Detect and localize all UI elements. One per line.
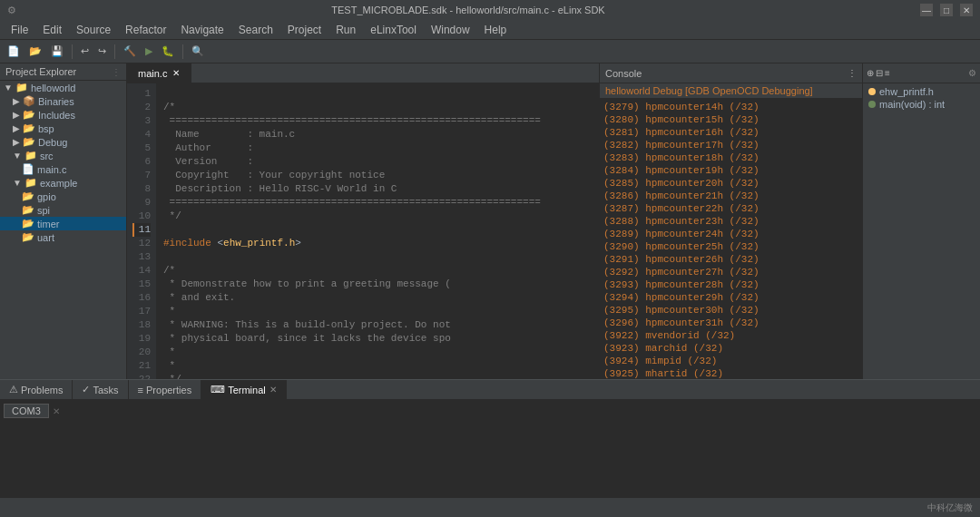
tree-item-src[interactable]: ▼ 📁 src — [0, 149, 126, 162]
console-tab-label[interactable]: Console — [605, 68, 642, 79]
tab-properties-icon: ≡ — [138, 385, 143, 395]
tree-item-example[interactable]: ▼ 📁 example — [0, 176, 126, 190]
tree-item-spi[interactable]: 📂 spi — [0, 203, 126, 217]
expand-icon: ▼ — [13, 151, 22, 161]
tab-terminal[interactable]: ⌨ Terminal ✕ — [201, 380, 287, 400]
toolbar-redo[interactable]: ↪ — [94, 42, 110, 62]
console-debug-title: helloworld Debug [GDB OpenOCD Debugging] — [600, 83, 862, 99]
console-line: (3287) hpmcounter22h (/32) — [603, 202, 858, 215]
tree-label: example — [40, 178, 78, 189]
expand-icon: ▼ — [4, 83, 13, 93]
toolbar-search[interactable]: 🔍 — [188, 42, 208, 62]
menu-navigate[interactable]: Navigate — [173, 20, 230, 40]
menu-help[interactable]: Help — [477, 20, 514, 40]
var-item-ehw-printf[interactable]: ehw_printf.h — [865, 85, 978, 98]
tree-item-timer[interactable]: 📂 timer — [0, 217, 126, 230]
console-line: (3290) hpmcounter25h (/32) — [603, 240, 858, 253]
vars-menu-btn[interactable]: ≡ — [885, 68, 890, 78]
expand-icon: ▶ — [13, 96, 20, 106]
tree-item-main-c[interactable]: 📄 main.c — [0, 162, 126, 176]
tab-label: main.c — [138, 68, 167, 79]
maximize-button[interactable]: □ — [940, 4, 953, 16]
tree-item-bsp[interactable]: ▶ 📂 bsp — [0, 122, 126, 135]
menu-refactor[interactable]: Refactor — [118, 20, 173, 40]
var-label: main(void) : int — [879, 99, 945, 110]
vars-settings-btn[interactable]: ⚙ — [968, 68, 976, 78]
toolbar-save[interactable]: 💾 — [47, 42, 67, 62]
menu-source[interactable]: Source — [69, 20, 118, 40]
bsp-icon: 📂 — [23, 122, 35, 134]
console-line: (3925) mhartid (/32) — [603, 367, 858, 379]
toolbar-build[interactable]: 🔨 — [120, 42, 140, 62]
console-controls[interactable]: ⋮ — [848, 68, 857, 78]
tree-item-gpio[interactable]: 📂 gpio — [0, 190, 126, 203]
minimize-button[interactable]: — — [920, 4, 933, 16]
toolbar-new[interactable]: 📄 — [4, 42, 24, 62]
toolbar-undo[interactable]: ↩ — [77, 42, 93, 62]
vars-collapse-btn[interactable]: ⊟ — [876, 68, 883, 78]
code-area: 1 2 3 4 5 6 7 8 9 10 11 12 13 14 — [127, 83, 599, 379]
var-label: ehw_printf.h — [879, 86, 934, 97]
tree-item-helloworld[interactable]: ▼ 📁 helloworld — [0, 81, 126, 94]
editor-tabs: main.c ✕ — [127, 63, 599, 83]
console-line: (3295) hpmcounter30h (/32) — [603, 304, 858, 317]
tree-item-uart[interactable]: 📂 uart — [0, 230, 126, 244]
close-button[interactable]: ✕ — [960, 4, 973, 16]
menu-search[interactable]: Search — [231, 20, 280, 40]
editor-tab-main-c[interactable]: main.c ✕ — [127, 63, 191, 83]
toolbar-sep3 — [182, 44, 183, 59]
tab-problems[interactable]: ⚠ Problems — [0, 380, 73, 400]
tree-label: bsp — [38, 123, 54, 134]
toolbar-debug[interactable]: 🐛 — [158, 42, 178, 62]
tree-item-debug[interactable]: ▶ 📂 Debug — [0, 135, 126, 149]
title-bar: ⚙ TEST_MICROBLADE.sdk - helloworld/src/m… — [0, 0, 980, 20]
com3-tab[interactable]: COM3 — [4, 404, 49, 418]
tab-close-icon[interactable]: ✕ — [270, 385, 277, 395]
tree-label: Debug — [38, 137, 67, 148]
console-line: (3279) hpmcounter14h (/32) — [603, 101, 858, 113]
terminal-tab-close[interactable]: ✕ — [53, 406, 60, 416]
console-line: (3286) hpmcounter21h (/32) — [603, 190, 858, 202]
menu-project[interactable]: Project — [280, 20, 328, 40]
console-line: (3924) mimpid (/32) — [603, 355, 858, 367]
tree-item-binaries[interactable]: ▶ 📦 Binaries — [0, 94, 126, 108]
menu-window[interactable]: Window — [424, 20, 477, 40]
tab-tasks[interactable]: ✓ Tasks — [73, 380, 128, 400]
console-line: (3282) hpmcounter17h (/32) — [603, 139, 858, 151]
var-item-main[interactable]: main(void) : int — [865, 98, 978, 111]
console-output[interactable]: (3279) hpmcounter14h (/32) (3280) hpmcou… — [600, 99, 862, 379]
tab-label: Problems — [21, 385, 63, 395]
menu-edit[interactable]: Edit — [35, 20, 69, 40]
binaries-icon: 📦 — [23, 95, 35, 107]
vars-toolbar-btn[interactable]: ⊕ — [867, 68, 874, 78]
tab-label: Tasks — [93, 385, 118, 395]
tab-terminal-icon: ⌨ — [211, 384, 225, 395]
menu-run[interactable]: Run — [328, 20, 363, 40]
status-bar: 中科亿海微 — [0, 497, 980, 517]
menu-file[interactable]: File — [4, 20, 35, 40]
line-numbers: 1 2 3 4 5 6 7 8 9 10 11 12 13 14 — [127, 83, 156, 379]
gpio-icon: 📂 — [22, 190, 34, 202]
tab-properties[interactable]: ≡ Properties — [129, 380, 202, 400]
tree-item-includes[interactable]: ▶ 📂 Includes — [0, 108, 126, 122]
toolbar-open[interactable]: 📂 — [25, 42, 45, 62]
window-controls: — □ ✕ — [920, 4, 973, 16]
console-panel: Console ⋮ helloworld Debug [GDB OpenOCD … — [599, 63, 862, 379]
window-title: TEST_MICROBLADE.sdk - helloworld/src/mai… — [16, 5, 920, 15]
console-line: (3292) hpmcounter27h (/32) — [603, 266, 858, 278]
tree-label: gpio — [37, 191, 56, 202]
console-line: (3281) hpmcounter16h (/32) — [603, 126, 858, 139]
tab-close-icon[interactable]: ✕ — [172, 68, 180, 78]
code-content[interactable]: /* =====================================… — [156, 83, 599, 379]
app-icon: ⚙ — [7, 5, 16, 16]
expand-icon: ▶ — [13, 110, 20, 120]
menu-bar: File Edit Source Refactor Navigate Searc… — [0, 20, 980, 40]
toolbar-run[interactable]: ▶ — [142, 42, 156, 62]
variables-header: ⊕ ⊟ ≡ ⚙ — [863, 63, 980, 83]
tree-label: spi — [37, 205, 50, 216]
project-explorer-label: Project Explorer — [5, 66, 76, 77]
menu-elinxtool[interactable]: eLinxTool — [363, 20, 424, 40]
tree-label: Binaries — [38, 96, 74, 107]
console-line: (3291) hpmcounter26h (/32) — [603, 253, 858, 266]
tab-tasks-icon: ✓ — [82, 384, 90, 395]
